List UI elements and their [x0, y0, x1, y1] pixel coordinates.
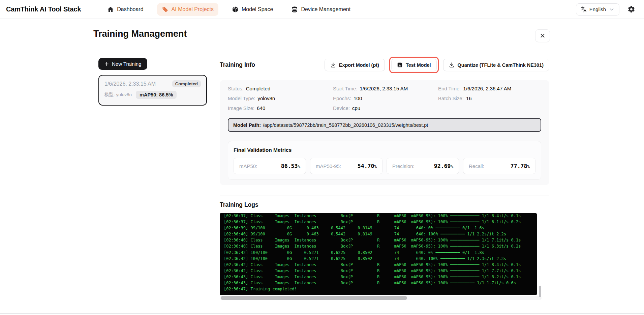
- validation-metrics-title: Final Validation Metrics: [234, 147, 535, 153]
- language-selector[interactable]: English: [576, 3, 619, 16]
- metric-label: Recall:: [469, 163, 484, 169]
- app-logo: CamThink AI Tool Stack: [6, 5, 81, 13]
- field-label: Start Time:: [333, 86, 358, 91]
- nav-item-device-management[interactable]: Device Management: [286, 3, 355, 16]
- action-buttons: Export Model (pt) Test Model Quantize (T…: [325, 57, 549, 73]
- field-start-time: Start Time: 1/6/2026, 2:33:15 AM: [333, 86, 438, 91]
- log-line: [02:36:40] Class Images Instances Box(P …: [224, 243, 533, 249]
- home-icon: [107, 6, 114, 13]
- training-log-terminal[interactable]: [02:36:37] Class Images Instances Box(P …: [220, 213, 537, 295]
- horizontal-scrollbar-thumb[interactable]: [221, 296, 407, 300]
- metric-value: 92.69%: [434, 163, 453, 169]
- export-model-button[interactable]: Export Model (pt): [325, 59, 385, 71]
- log-line: [02:36:43] Class Images Instances Box(P …: [224, 274, 533, 280]
- field-end-time: End Time: 1/6/2026, 2:36:47 AM: [438, 86, 541, 91]
- field-label: Epochs:: [333, 95, 351, 101]
- nav-item-dashboard[interactable]: Dashboard: [102, 3, 148, 16]
- field-value: cpu: [352, 105, 360, 111]
- field-value: 1/6/2026, 2:33:15 AM: [360, 86, 408, 91]
- log-line: [02:36:40] Class Images Instances Box(P …: [224, 237, 533, 243]
- nav-item-label: AI Model Projects: [172, 6, 214, 12]
- metrics-row: mAP50: 86.53% mAP50-95: 54.70% Precision…: [234, 158, 535, 174]
- top-nav: CamThink AI Tool Stack Dashboard AI Mode…: [0, 0, 644, 19]
- field-value: yolov8n: [257, 95, 275, 101]
- image-icon: [397, 62, 403, 68]
- tag-icon: [162, 6, 168, 13]
- download-icon: [330, 62, 336, 68]
- metric-recall: Recall: 77.78%: [463, 158, 535, 174]
- chevron-down-icon: [609, 6, 615, 12]
- test-model-button[interactable]: Test Model: [391, 59, 437, 71]
- log-line: [02:36:39] 99/100 0G 0.463 0.5442 0.8149…: [224, 225, 533, 231]
- metric-label: mAP50-95:: [316, 163, 341, 169]
- model-path-label: Model Path:: [233, 122, 261, 128]
- translate-icon: [581, 6, 587, 12]
- new-training-button[interactable]: New Training: [98, 58, 147, 70]
- quantize-label: Quantize (TFLite & CamThink NE301): [458, 62, 544, 68]
- close-button[interactable]: [535, 29, 550, 42]
- horizontal-scrollbar-track[interactable]: [220, 296, 542, 300]
- package-icon: [232, 6, 239, 13]
- settings-button[interactable]: [627, 5, 635, 13]
- training-info-card: Status: Completed Start Time: 1/6/2026, …: [220, 80, 549, 185]
- field-label: Model Type:: [228, 95, 255, 101]
- nav-menu: Dashboard AI Model Projects Model Space …: [102, 3, 355, 16]
- field-empty: [438, 105, 541, 111]
- metric-label: mAP50:: [239, 163, 257, 169]
- field-label: Batch Size:: [438, 95, 464, 101]
- training-item-status-badge: Completed: [172, 80, 201, 87]
- field-model-type: Model Type: yolov8n: [228, 95, 333, 101]
- log-line: [02:36:42] 100/100 0G 0.5271 0.6225 0.85…: [224, 250, 533, 256]
- log-line: [02:36:37] Class Images Instances Box(P …: [224, 213, 533, 219]
- training-list-panel: New Training 1/6/2026, 2:33:15 AM Comple…: [98, 58, 207, 106]
- field-label: Image Size:: [228, 105, 254, 111]
- log-line: [02:36:42] 100/100 0G 0.5271 0.6225 0.85…: [224, 256, 533, 262]
- metric-map50-95: mAP50-95: 54.70%: [310, 158, 382, 174]
- nav-item-model-space[interactable]: Model Space: [227, 3, 278, 16]
- field-value: Completed: [246, 86, 271, 91]
- metric-label: Precision:: [392, 163, 415, 169]
- vertical-scrollbar-thumb[interactable]: [539, 286, 541, 297]
- metric-value: 77.78%: [511, 163, 530, 169]
- training-item-row: 1/6/2026, 2:33:15 AM Completed: [104, 80, 201, 87]
- close-icon: [540, 33, 545, 38]
- database-icon: [291, 6, 298, 13]
- training-list-item[interactable]: 1/6/2026, 2:33:15 AM Completed 模型: yolov…: [98, 75, 207, 106]
- log-line: [02:36:42] Class Images Instances Box(P …: [224, 268, 533, 274]
- model-path-box: Model Path: /app/datasets/598772bb/train…: [228, 118, 541, 132]
- field-value: 100: [354, 95, 362, 101]
- section-divider: [220, 196, 549, 196]
- nav-right: English: [576, 3, 635, 16]
- quantize-button[interactable]: Quantize (TFLite & CamThink NE301): [443, 59, 549, 71]
- training-info-header: Training Info Export Model (pt) Test Mod…: [220, 57, 549, 73]
- nav-item-ai-model-projects[interactable]: AI Model Projects: [157, 3, 218, 16]
- training-fields-grid: Status: Completed Start Time: 1/6/2026, …: [228, 86, 541, 111]
- field-value: 16: [466, 95, 472, 101]
- field-label: Device:: [333, 105, 350, 111]
- log-line: [02:36:40] 99/100 0G 0.463 0.5442 0.8149…: [224, 231, 533, 237]
- training-item-row2: 模型: yolov8n mAP50: 86.5%: [104, 91, 201, 99]
- new-training-label: New Training: [112, 61, 142, 67]
- field-epochs: Epochs: 100: [333, 95, 438, 101]
- gear-icon: [627, 5, 635, 13]
- log-line: [02:36:43] Class Images Instances Box(P …: [224, 280, 533, 286]
- log-line: [02:36:42] Class Images Instances Box(P …: [224, 262, 533, 268]
- metric-value: 86.53%: [281, 163, 300, 169]
- field-value: 640: [257, 105, 265, 111]
- page-title: Training Management: [93, 29, 187, 39]
- test-model-label: Test Model: [406, 62, 431, 68]
- plus-icon: [104, 61, 109, 66]
- training-item-timestamp: 1/6/2026, 2:33:15 AM: [104, 81, 156, 87]
- field-label: End Time:: [438, 86, 461, 91]
- export-model-label: Export Model (pt): [339, 62, 379, 68]
- terminal-body: [02:36:37] Class Images Instances Box(P …: [224, 213, 533, 292]
- field-status: Status: Completed: [228, 86, 333, 91]
- training-detail-panel: Training Info Export Model (pt) Test Mod…: [220, 57, 549, 300]
- model-path-value: /app/datasets/598772bb/train_598772bb_20…: [263, 122, 428, 128]
- download-icon: [449, 62, 455, 68]
- test-model-highlight-ring: Test Model: [389, 57, 439, 73]
- training-info-title: Training Info: [220, 61, 255, 68]
- training-item-model: 模型: yolov8n: [104, 92, 132, 98]
- training-logs-title: Training Logs: [220, 201, 549, 208]
- validation-metrics-panel: Final Validation Metrics mAP50: 86.53% m…: [228, 141, 541, 180]
